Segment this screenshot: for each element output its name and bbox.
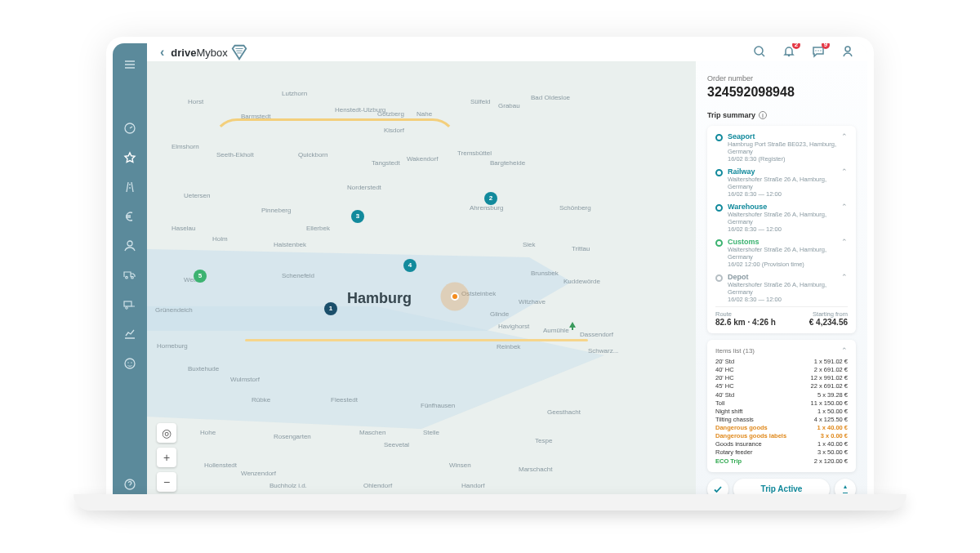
map-place: Handorf bbox=[461, 482, 484, 489]
map-place: Rübke bbox=[252, 396, 270, 404]
svg-point-11 bbox=[820, 50, 821, 51]
chevron-up-icon[interactable]: ⌃ bbox=[841, 346, 848, 355]
stop-item[interactable]: RailwayWaltershofer Straße 26 A, Hamburg… bbox=[715, 167, 848, 198]
profile-icon[interactable] bbox=[841, 45, 854, 60]
items-label: Items list (13) bbox=[715, 347, 755, 355]
trailer-icon[interactable] bbox=[123, 298, 136, 311]
dashboard-icon[interactable] bbox=[123, 122, 136, 135]
map-place: Reinbek bbox=[497, 343, 520, 350]
tree-icon bbox=[568, 321, 577, 331]
line-item: Dangerous goods labels3 x 0.00 € bbox=[715, 432, 848, 440]
map-place: Siek bbox=[523, 241, 536, 248]
svg-point-8 bbox=[755, 47, 763, 55]
map-place: Trittau bbox=[572, 245, 590, 252]
map-place: Norderstedt bbox=[347, 184, 381, 191]
map-place: Fünfhausen bbox=[421, 402, 455, 409]
stop-item[interactable]: WarehouseWaltershofer Straße 26 A, Hambu… bbox=[715, 203, 848, 233]
map-place: Kuddewörde bbox=[564, 278, 600, 285]
map-place: Schenefeld bbox=[282, 272, 314, 279]
content: HorstLutzhornBarmstedtHenstedt-UlzburgGö… bbox=[147, 61, 867, 502]
chevron-up-icon[interactable]: ⌃ bbox=[841, 273, 848, 303]
svg-point-6 bbox=[131, 362, 131, 363]
map-place: Holm bbox=[212, 235, 228, 243]
map-place: Pinneberg bbox=[261, 207, 291, 214]
svg-point-3 bbox=[126, 307, 128, 310]
map-place: Glinde bbox=[490, 310, 509, 318]
euro-icon[interactable] bbox=[123, 210, 136, 223]
stop-item[interactable]: SeaportHambrug Port Straße BE023, Hambur… bbox=[715, 132, 848, 163]
logo-icon bbox=[230, 43, 248, 61]
chevron-up-icon[interactable]: ⌃ bbox=[841, 238, 848, 268]
line-item: Toll11 x 150.00 € bbox=[715, 399, 848, 408]
map-place: Aumühle bbox=[543, 327, 569, 334]
main-area: ‹ driveMybox 2 9 HorstLutzhornBarmstedtH… bbox=[147, 43, 867, 502]
map-place: Nahe bbox=[416, 110, 432, 118]
app-screen: ‹ driveMybox 2 9 HorstLutzhornBarmstedtH… bbox=[113, 43, 867, 502]
stop-item[interactable]: DepotWaltershofer Straße 26 A, Hamburg, … bbox=[715, 273, 848, 303]
route-pin[interactable]: 3 bbox=[351, 210, 364, 223]
stop-item[interactable]: CustomsWaltershofer Straße 26 A, Hamburg… bbox=[715, 238, 848, 268]
topbar: ‹ driveMybox 2 9 bbox=[147, 43, 867, 61]
map-controls: ◎ + − bbox=[157, 423, 176, 492]
line-item: Night shift1 x 50.00 € bbox=[715, 408, 848, 416]
details-panel: Order number 324592098948 Trip summaryi … bbox=[696, 61, 867, 502]
search-icon[interactable] bbox=[753, 45, 766, 60]
locate-icon[interactable]: ◎ bbox=[157, 423, 176, 443]
route-pin[interactable]: 5 bbox=[194, 270, 207, 283]
map-place: Havighorst bbox=[498, 323, 529, 330]
order-label: Order number bbox=[707, 74, 856, 83]
map-place: Geesthacht bbox=[547, 408, 581, 416]
chevron-up-icon[interactable]: ⌃ bbox=[841, 203, 848, 233]
map-place: Brunsbek bbox=[531, 270, 559, 277]
price-value: € 4,234.56 bbox=[809, 318, 848, 327]
face-icon[interactable] bbox=[123, 357, 136, 370]
map[interactable]: HorstLutzhornBarmstedtHenstedt-UlzburgGö… bbox=[147, 61, 696, 502]
route-pin[interactable]: 1 bbox=[324, 302, 337, 315]
current-pos-icon bbox=[451, 292, 459, 301]
map-place: Ellerbek bbox=[306, 225, 330, 232]
map-place: Maschen bbox=[359, 429, 385, 436]
star-icon[interactable] bbox=[123, 151, 136, 164]
map-place: Hollenstedt bbox=[204, 462, 237, 469]
chat-icon[interactable]: 9 bbox=[812, 45, 825, 60]
chart-icon[interactable] bbox=[123, 328, 136, 341]
chevron-up-icon[interactable]: ⌃ bbox=[841, 167, 848, 198]
logo-text[interactable]: driveMybox bbox=[171, 47, 227, 59]
route-pin[interactable]: 2 bbox=[484, 192, 497, 205]
user-icon[interactable] bbox=[123, 239, 136, 252]
zoom-out[interactable]: − bbox=[157, 472, 176, 492]
map-place: Rosengarten bbox=[274, 433, 311, 440]
bell-icon[interactable]: 2 bbox=[782, 45, 795, 60]
map-place: Wenzendorf bbox=[241, 470, 276, 477]
zoom-in[interactable]: + bbox=[157, 448, 176, 467]
svg-point-12 bbox=[845, 47, 850, 51]
line-item: 40' Std5 x 39.28 € bbox=[715, 391, 848, 399]
svg-point-1 bbox=[127, 241, 132, 246]
map-place: Marschacht bbox=[519, 466, 552, 473]
line-item: 40' HC2 x 691.02 € bbox=[715, 366, 848, 374]
menu-icon[interactable] bbox=[123, 58, 136, 71]
truck-icon[interactable] bbox=[123, 269, 136, 282]
info-icon[interactable]: i bbox=[759, 111, 767, 119]
route-value: 82.6 km · 4:26 h bbox=[715, 318, 776, 327]
sidebar bbox=[113, 43, 147, 502]
map-place: Ahrensburg bbox=[470, 204, 503, 212]
line-item: ECO Trip2 x 120.00 € bbox=[715, 457, 848, 466]
back-icon[interactable]: ‹ bbox=[160, 45, 164, 60]
map-place: Fleestedt bbox=[331, 396, 358, 404]
map-place: Buchholz i.d. bbox=[270, 482, 307, 489]
line-item: 20' Std1 x 591.02 € bbox=[715, 358, 848, 366]
items-list: 20' Std1 x 591.02 €40' HC2 x 691.02 €20'… bbox=[715, 358, 848, 466]
map-place: Uetersen bbox=[184, 192, 210, 199]
city-label: Hamburg bbox=[347, 290, 412, 307]
route-line bbox=[147, 61, 392, 184]
chevron-up-icon[interactable]: ⌃ bbox=[841, 132, 848, 163]
map-place: Witzhave bbox=[519, 298, 546, 305]
laptop-frame: ‹ driveMybox 2 9 HorstLutzhornBarmstedtH… bbox=[106, 37, 874, 502]
help-icon[interactable] bbox=[123, 478, 136, 491]
map-place: Bargteheide bbox=[490, 159, 525, 167]
route-pin[interactable]: 4 bbox=[403, 259, 416, 272]
map-place: Halstenbek bbox=[274, 241, 306, 248]
map-place: Wulmstorf bbox=[230, 376, 260, 383]
road-icon[interactable] bbox=[123, 181, 136, 194]
